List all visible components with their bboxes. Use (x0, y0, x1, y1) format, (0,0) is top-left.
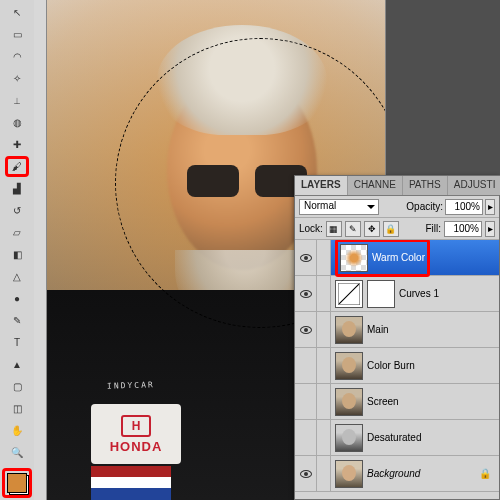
layer-warm-color[interactable]: Warm Color (295, 240, 499, 276)
pen-tool[interactable]: ✎ (5, 310, 29, 331)
panel-tabs: LAYERS CHANNE PATHS ADJUSTI ≡ (295, 176, 499, 196)
visibility-toggle[interactable] (295, 384, 317, 419)
link-col (317, 312, 331, 347)
hand-tool[interactable]: ✋ (5, 420, 29, 441)
visibility-toggle[interactable] (295, 312, 317, 347)
honda-logo: H (121, 415, 151, 437)
layer-content: Background🔒 (331, 456, 499, 491)
type-tool[interactable]: T (5, 332, 29, 353)
shape-tool[interactable]: ▢ (5, 376, 29, 397)
layer-color-burn[interactable]: Color Burn (295, 348, 499, 384)
lock-position-icon[interactable]: ✥ (364, 221, 380, 237)
layer-content: Screen (331, 384, 499, 419)
wand-tool[interactable]: ✧ (5, 68, 29, 89)
fg-color[interactable] (7, 473, 27, 493)
layer-name: Desaturated (367, 432, 421, 443)
toolbar: ↖▭◠✧⟂◍✚🖌▟↺▱◧△●✎T▲▢◫✋🔍 (0, 0, 34, 500)
link-col (317, 456, 331, 491)
tab-channels[interactable]: CHANNE (348, 176, 403, 195)
zoom-tool[interactable]: 🔍 (5, 442, 29, 463)
blend-row: Normal Opacity: 100% ▸ (295, 196, 499, 218)
lock-all-icon[interactable]: 🔒 (383, 221, 399, 237)
layer-content: Curves 1 (331, 276, 499, 311)
layer-thumb (335, 460, 363, 488)
tab-adjust[interactable]: ADJUSTI (448, 176, 500, 195)
visibility-toggle[interactable] (295, 420, 317, 455)
layer-name: Color Burn (367, 360, 415, 371)
indycar-text: INDYCAR (107, 380, 155, 391)
layer-name: Background (367, 468, 420, 479)
marquee-tool[interactable]: ▭ (5, 24, 29, 45)
layer-thumb (335, 424, 363, 452)
tab-layers[interactable]: LAYERS (295, 176, 348, 195)
link-col (317, 240, 331, 275)
layer-curves-1[interactable]: Curves 1 (295, 276, 499, 312)
lock-icon: 🔒 (479, 468, 491, 479)
layers-panel: LAYERS CHANNE PATHS ADJUSTI ≡ Normal Opa… (294, 175, 500, 500)
visibility-toggle[interactable] (295, 456, 317, 491)
stamp-tool[interactable]: ▟ (5, 178, 29, 199)
layer-content: Desaturated (331, 420, 499, 455)
layer-content: Color Burn (331, 348, 499, 383)
blur-tool[interactable]: △ (5, 266, 29, 287)
layer-thumb (335, 280, 363, 308)
honda-patch: H HONDA (91, 404, 181, 464)
layer-screen[interactable]: Screen (295, 384, 499, 420)
eye-icon (300, 326, 312, 334)
layer-thumb (335, 352, 363, 380)
3d-tool[interactable]: ◫ (5, 398, 29, 419)
layer-content: Warm Color (331, 240, 499, 275)
scrollbar[interactable] (34, 0, 47, 500)
fill-label: Fill: (425, 223, 441, 234)
layer-name: Curves 1 (399, 288, 439, 299)
layer-name: Warm Color (372, 252, 425, 263)
brush-tool[interactable]: 🖌 (5, 156, 29, 177)
link-col (317, 348, 331, 383)
eye-icon (300, 254, 312, 262)
eye-icon (300, 470, 312, 478)
layer-background[interactable]: Background🔒 (295, 456, 499, 492)
lock-row: Lock: ▦ ✎ ✥ 🔒 Fill: 100% ▸ (295, 218, 499, 240)
fill-slider-icon[interactable]: ▸ (485, 221, 495, 237)
layer-thumb (335, 316, 363, 344)
visibility-toggle[interactable] (295, 348, 317, 383)
eraser-tool[interactable]: ▱ (5, 222, 29, 243)
layer-name: Main (367, 324, 389, 335)
layer-desaturated[interactable]: Desaturated (295, 420, 499, 456)
eyedropper-tool[interactable]: ◍ (5, 112, 29, 133)
workspace: ↖▭◠✧⟂◍✚🖌▟↺▱◧△●✎T▲▢◫✋🔍 INDYCAR H HONDA LA… (0, 0, 500, 500)
gradient-tool[interactable]: ◧ (5, 244, 29, 265)
fill-value[interactable]: 100% (444, 221, 482, 237)
layer-list: Warm ColorCurves 1MainColor BurnScreenDe… (295, 240, 499, 499)
blend-mode-select[interactable]: Normal (299, 199, 379, 215)
visibility-toggle[interactable] (295, 240, 317, 275)
dodge-tool[interactable]: ● (5, 288, 29, 309)
selected-highlight: Warm Color (335, 240, 430, 277)
link-col (317, 384, 331, 419)
crop-tool[interactable]: ⟂ (5, 90, 29, 111)
flag-patch (91, 466, 171, 500)
lock-label: Lock: (299, 223, 323, 234)
link-col (317, 420, 331, 455)
lasso-tool[interactable]: ◠ (5, 46, 29, 67)
path-select-tool[interactable]: ▲ (5, 354, 29, 375)
opacity-value[interactable]: 100% (445, 199, 483, 215)
eye-icon (300, 290, 312, 298)
layer-name: Screen (367, 396, 399, 407)
layer-mask (367, 280, 395, 308)
lock-transparency-icon[interactable]: ▦ (326, 221, 342, 237)
color-swatch[interactable] (2, 468, 32, 498)
history-brush-tool[interactable]: ↺ (5, 200, 29, 221)
opacity-label: Opacity: (406, 201, 443, 212)
honda-text: HONDA (110, 439, 163, 454)
healing-tool[interactable]: ✚ (5, 134, 29, 155)
opacity-slider-icon[interactable]: ▸ (485, 199, 495, 215)
tab-paths[interactable]: PATHS (403, 176, 448, 195)
layer-content: Main (331, 312, 499, 347)
layer-thumb (335, 388, 363, 416)
visibility-toggle[interactable] (295, 276, 317, 311)
sunglasses (187, 165, 307, 201)
layer-main[interactable]: Main (295, 312, 499, 348)
lock-pixels-icon[interactable]: ✎ (345, 221, 361, 237)
move-tool[interactable]: ↖ (5, 2, 29, 23)
